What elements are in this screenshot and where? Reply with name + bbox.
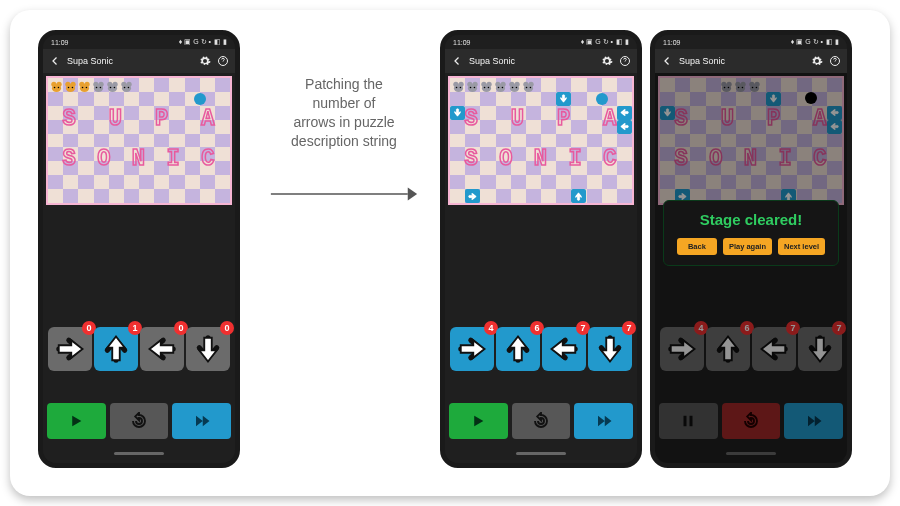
modal-dim	[655, 73, 847, 463]
game-board[interactable]: SUPA SONIC	[448, 76, 634, 205]
status-time: 11:09	[51, 39, 69, 46]
status-bar: 11:09 ♦ ▣ G ↻ •◧ ▮	[43, 35, 235, 49]
col-after: 11:09 ♦ ▣ G ↻ •◧ ▮ Supa Sonic SUPA SONIC	[440, 30, 862, 468]
reset-button[interactable]	[512, 403, 571, 439]
title-bar: Supa Sonic	[655, 49, 847, 73]
title-bar: Supa Sonic	[43, 49, 235, 73]
arrow-left-button[interactable]: 0	[140, 327, 184, 371]
col-before: 11:09 ♦ ▣ G ↻ •◧ ▮ Supa Sonic	[38, 30, 248, 468]
game-board[interactable]: SUPA SONIC	[46, 76, 232, 205]
dialog-back-button[interactable]: Back	[677, 238, 717, 255]
gear-icon[interactable]	[811, 55, 823, 67]
back-icon[interactable]	[49, 55, 61, 67]
control-row	[445, 403, 637, 443]
dialog-title: Stage cleared!	[700, 211, 803, 228]
arrow-tray: 0100	[43, 317, 235, 381]
game-board-wrap: SUPA SONIC	[43, 73, 235, 205]
caption-text: Patching thenumber ofarrows in puzzledes…	[291, 75, 397, 151]
page-title: Supa Sonic	[679, 56, 725, 66]
help-icon[interactable]	[619, 55, 631, 67]
phone-cleared: 11:09 ♦ ▣ G ↻ •◧ ▮ Supa Sonic SUPA SONIC	[650, 30, 852, 468]
status-bar: 11:09 ♦ ▣ G ↻ •◧ ▮	[655, 35, 847, 49]
play-button[interactable]	[47, 403, 106, 439]
phone-before: 11:09 ♦ ▣ G ↻ •◧ ▮ Supa Sonic	[38, 30, 240, 468]
arrow-up-button[interactable]: 1	[94, 327, 138, 371]
arrow-down-button[interactable]: 7	[588, 327, 632, 371]
transition-arrow-icon	[269, 181, 419, 211]
arrow-count-badge: 0	[220, 321, 234, 335]
gear-icon[interactable]	[601, 55, 613, 67]
status-icons: ♦ ▣ G ↻ •◧ ▮	[788, 38, 839, 46]
arrow-right-button[interactable]: 0	[48, 327, 92, 371]
phone-after: 11:09 ♦ ▣ G ↻ •◧ ▮ Supa Sonic SUPA SONIC	[440, 30, 642, 468]
figure-card: 11:09 ♦ ▣ G ↻ •◧ ▮ Supa Sonic	[10, 10, 890, 496]
arrow-left-button[interactable]: 7	[542, 327, 586, 371]
col-caption: Patching thenumber ofarrows in puzzledes…	[248, 30, 440, 211]
back-icon[interactable]	[451, 55, 463, 67]
status-time: 11:09	[453, 39, 471, 46]
arrow-up-button[interactable]: 6	[496, 327, 540, 371]
arrow-right-button[interactable]: 4	[450, 327, 494, 371]
back-icon[interactable]	[661, 55, 673, 67]
dialog-next-level-button[interactable]: Next level	[778, 238, 825, 255]
help-icon[interactable]	[217, 55, 229, 67]
android-navbar	[43, 443, 235, 463]
gear-icon[interactable]	[199, 55, 211, 67]
control-row	[43, 403, 235, 443]
arrow-down-button[interactable]: 0	[186, 327, 230, 371]
status-time: 11:09	[663, 39, 681, 46]
stage-cleared-dialog: Stage cleared! Back Play again Next leve…	[663, 200, 839, 266]
dialog-buttons: Back Play again Next level	[677, 238, 825, 255]
page-title: Supa Sonic	[67, 56, 113, 66]
dialog-play-again-button[interactable]: Play again	[723, 238, 772, 255]
arrow-tray: 4677	[445, 317, 637, 381]
android-navbar	[445, 443, 637, 463]
title-bar: Supa Sonic	[445, 49, 637, 73]
page-title: Supa Sonic	[469, 56, 515, 66]
game-board-wrap: SUPA SONIC	[445, 73, 637, 205]
fast-forward-button[interactable]	[574, 403, 633, 439]
fast-forward-button[interactable]	[172, 403, 231, 439]
status-icons: ♦ ▣ G ↻ •◧ ▮	[176, 38, 227, 46]
arrow-count-badge: 7	[622, 321, 636, 335]
reset-button[interactable]	[110, 403, 169, 439]
status-bar: 11:09 ♦ ▣ G ↻ •◧ ▮	[445, 35, 637, 49]
status-icons: ♦ ▣ G ↻ •◧ ▮	[578, 38, 629, 46]
play-button[interactable]	[449, 403, 508, 439]
help-icon[interactable]	[829, 55, 841, 67]
